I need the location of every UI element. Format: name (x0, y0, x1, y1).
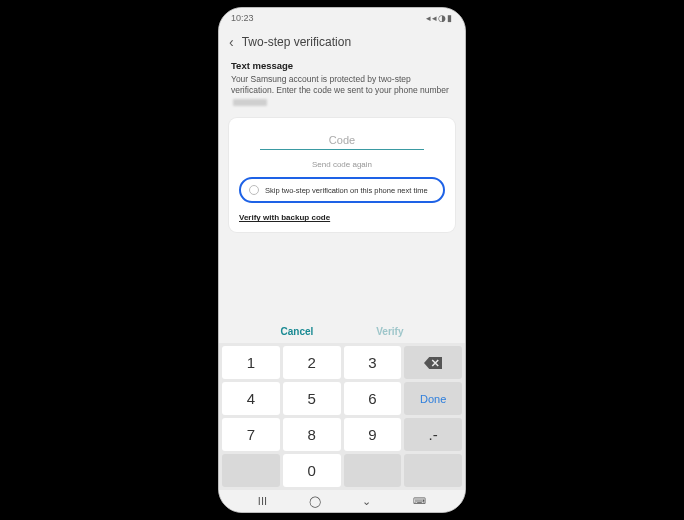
code-input[interactable] (260, 131, 425, 150)
verify-button[interactable]: Verify (376, 326, 403, 337)
empty-key-right (344, 454, 402, 487)
code-input-wrap (239, 126, 445, 150)
empty-key-left (222, 454, 280, 487)
instruction-block: Text message Your Samsung account is pro… (219, 60, 465, 112)
redacted-phone-number (233, 99, 267, 106)
section-title: Text message (231, 60, 453, 71)
numeric-keypad: 1 2 3 4 5 6 Done 7 8 9 .- 0 (219, 343, 465, 490)
skip-verification-label: Skip two-step verification on this phone… (265, 186, 428, 195)
backspace-icon (424, 357, 442, 369)
cancel-button[interactable]: Cancel (280, 326, 313, 337)
verify-backup-link[interactable]: Verify with backup code (239, 213, 445, 222)
ime-icon[interactable]: ⌨ (413, 496, 426, 506)
empty-key-corner (404, 454, 462, 487)
section-description: Your Samsung account is protected by two… (231, 74, 453, 108)
page-title: Two-step verification (242, 35, 351, 49)
back-nav-icon[interactable]: ⌄ (362, 495, 371, 508)
key-5[interactable]: 5 (283, 382, 341, 415)
skip-verification-option[interactable]: Skip two-step verification on this phone… (239, 177, 445, 203)
send-code-again-link[interactable]: Send code again (239, 160, 445, 169)
status-bar: 10:23 ◂◂◑▮ (219, 8, 465, 28)
android-navbar: III ◯ ⌄ ⌨ (219, 490, 465, 512)
key-6[interactable]: 6 (344, 382, 402, 415)
key-4[interactable]: 4 (222, 382, 280, 415)
status-icons: ◂◂◑▮ (426, 13, 453, 23)
key-8[interactable]: 8 (283, 418, 341, 451)
app-header: ‹ Two-step verification (219, 28, 465, 60)
verification-card: Send code again Skip two-step verificati… (229, 118, 455, 232)
back-icon[interactable]: ‹ (229, 34, 234, 50)
key-1[interactable]: 1 (222, 346, 280, 379)
symbol-key[interactable]: .- (404, 418, 462, 451)
radio-unchecked-icon[interactable] (249, 185, 259, 195)
home-icon[interactable]: ◯ (309, 495, 321, 508)
spacer (219, 232, 465, 314)
clock: 10:23 (231, 13, 254, 23)
phone-frame: 10:23 ◂◂◑▮ ‹ Two-step verification Text … (218, 7, 466, 513)
key-0[interactable]: 0 (283, 454, 341, 487)
key-2[interactable]: 2 (283, 346, 341, 379)
key-3[interactable]: 3 (344, 346, 402, 379)
key-9[interactable]: 9 (344, 418, 402, 451)
backspace-key[interactable] (404, 346, 462, 379)
key-7[interactable]: 7 (222, 418, 280, 451)
done-key[interactable]: Done (404, 382, 462, 415)
recents-icon[interactable]: III (258, 495, 267, 507)
action-row: Cancel Verify (219, 314, 465, 343)
